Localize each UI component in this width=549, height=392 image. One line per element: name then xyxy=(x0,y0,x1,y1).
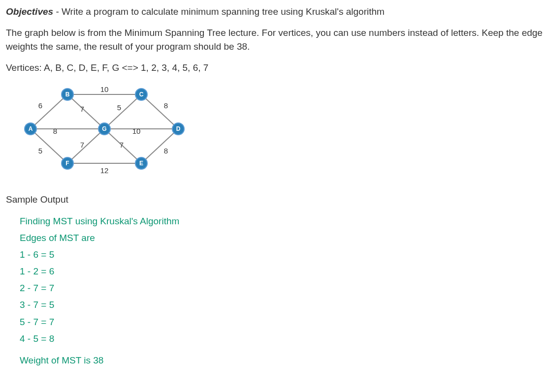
sample-output-heading: Sample Output xyxy=(6,193,543,207)
graph-edge xyxy=(141,129,178,163)
vertex-label: E xyxy=(139,160,143,167)
objectives-sep: - xyxy=(53,6,62,17)
vertex-label: A xyxy=(29,125,33,132)
objectives-label: Objectives xyxy=(6,6,53,17)
edge-weight: 8 xyxy=(164,147,168,155)
edge-weight: 10 xyxy=(100,85,109,93)
graph-diagram: 685107581077812ABCDEFG xyxy=(21,85,188,178)
graph-edge xyxy=(31,94,67,129)
edge-weight: 5 xyxy=(117,103,121,112)
output-edge: 4 - 5 = 8 xyxy=(20,331,543,347)
edge-weight: 10 xyxy=(132,127,141,135)
vertex-label: D xyxy=(176,125,181,132)
edge-weight: 7 xyxy=(80,105,84,113)
output-edge: 2 - 7 = 7 xyxy=(20,280,543,297)
edge-weight: 7 xyxy=(80,141,84,149)
graph-edge xyxy=(104,94,141,129)
graph-edge xyxy=(67,129,104,163)
graph-edge xyxy=(31,129,67,163)
output-title: Finding MST using Kruskal's Algorithm xyxy=(20,213,543,230)
vertex-label: F xyxy=(65,160,69,167)
output-edge: 5 - 7 = 7 xyxy=(20,314,543,331)
vertex-label: B xyxy=(65,91,70,98)
graph-edge xyxy=(67,94,104,129)
vertices-mapping: Vertices: A, B, C, D, E, F, G <=> 1, 2, … xyxy=(6,61,543,75)
edge-weight: 8 xyxy=(53,127,57,135)
objectives-line: Objectives - Write a program to calculat… xyxy=(6,5,543,19)
output-weight: Weight of MST is 38 xyxy=(20,352,543,369)
output-edge: 1 - 6 = 5 xyxy=(20,246,543,263)
objectives-text: Write a program to calculate minimum spa… xyxy=(62,6,385,17)
graph-edge xyxy=(141,94,178,129)
edge-weight: 6 xyxy=(38,101,42,110)
edge-weight: 7 xyxy=(120,141,124,149)
description-paragraph: The graph below is from the Minimum Span… xyxy=(6,26,543,54)
vertex-label: C xyxy=(139,91,144,98)
output-edge: 3 - 7 = 5 xyxy=(20,297,543,313)
edge-weight: 8 xyxy=(164,101,168,110)
vertex-label: G xyxy=(102,125,106,132)
graph-svg: 685107581077812ABCDEFG xyxy=(21,85,188,181)
edge-weight: 5 xyxy=(38,147,42,155)
sample-output-block: Finding MST using Kruskal's Algorithm Ed… xyxy=(20,213,543,369)
edge-weight: 12 xyxy=(100,166,109,175)
output-edge: 1 - 2 = 6 xyxy=(20,263,543,280)
output-subtitle: Edges of MST are xyxy=(20,230,543,246)
